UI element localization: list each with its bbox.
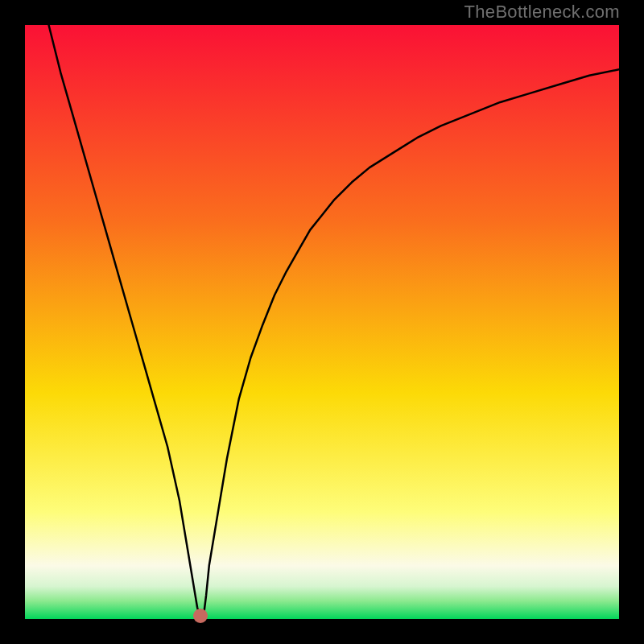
plot-area — [25, 25, 619, 619]
watermark-text: TheBottleneck.com — [464, 2, 620, 23]
chart-svg — [25, 25, 619, 619]
chart-frame: TheBottleneck.com — [0, 0, 644, 644]
gradient-background — [25, 25, 619, 619]
optimum-marker — [193, 609, 208, 623]
